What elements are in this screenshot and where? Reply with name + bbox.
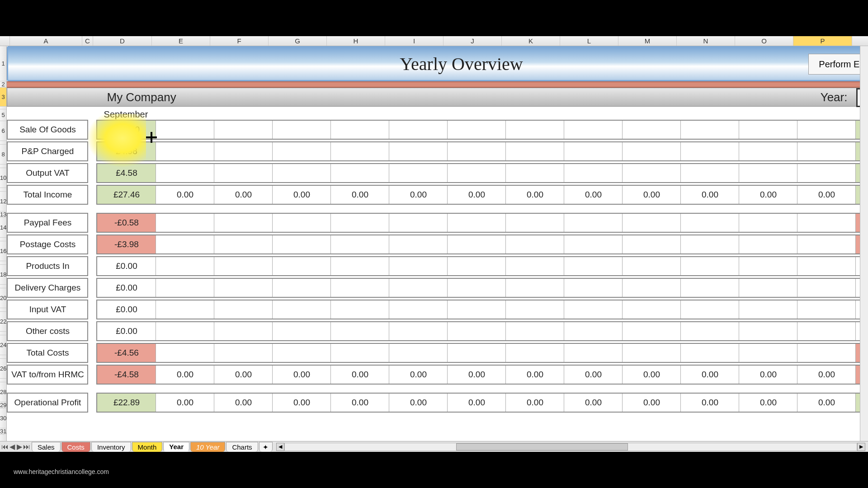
row-header-30[interactable]: 30 xyxy=(0,408,6,428)
cell-total_income-m10[interactable]: 0.00 xyxy=(739,186,797,204)
cell-postage_costs-m3[interactable] xyxy=(331,235,389,253)
cell-total_costs-sep[interactable]: -£4.56 xyxy=(97,344,156,362)
cell-total_income-m5[interactable]: 0.00 xyxy=(448,186,506,204)
cell-products_in-m3[interactable] xyxy=(331,257,389,275)
cell-sale_of_goods-m10[interactable] xyxy=(739,121,797,139)
tab-last-icon[interactable]: ⏭ xyxy=(24,443,30,450)
select-all-corner[interactable] xyxy=(0,36,10,46)
cell-postage_costs-m8[interactable] xyxy=(623,235,681,253)
row-header-blank-18[interactable] xyxy=(0,285,6,288)
cell-input_vat-m3[interactable] xyxy=(331,300,389,319)
scroll-left-icon[interactable]: ◀ xyxy=(276,443,284,451)
column-header-A[interactable]: A xyxy=(10,36,82,46)
cell-delivery_charges-sep[interactable]: £0.00 xyxy=(97,279,156,297)
cell-products_in-m10[interactable] xyxy=(739,257,797,275)
column-header-M[interactable]: M xyxy=(618,36,677,46)
cell-input_vat-m0[interactable] xyxy=(156,300,214,319)
cell-other_costs-m2[interactable] xyxy=(273,322,331,340)
cell-op_profit-m10[interactable]: 0.00 xyxy=(739,394,797,412)
column-header-E[interactable]: E xyxy=(152,36,210,46)
column-header-H[interactable]: H xyxy=(327,36,385,46)
cell-sale_of_goods-m8[interactable] xyxy=(623,121,681,139)
cell-total_costs-m3[interactable] xyxy=(331,344,389,362)
cell-op_profit-m5[interactable]: 0.00 xyxy=(448,394,506,412)
cell-products_in-m1[interactable] xyxy=(214,257,273,275)
cell-other_costs-m8[interactable] xyxy=(623,322,681,340)
cell-total_income-m8[interactable]: 0.00 xyxy=(623,186,681,204)
cell-postage_costs-m10[interactable] xyxy=(739,235,797,253)
cell-sale_of_goods-m4[interactable] xyxy=(389,121,448,139)
cell-products_in-m4[interactable] xyxy=(389,257,448,275)
cell-total_income-m6[interactable]: 0.00 xyxy=(506,186,564,204)
cell-sale_of_goods-m9[interactable] xyxy=(681,121,739,139)
cell-paypal_fees-m0[interactable] xyxy=(156,214,214,232)
cell-delivery_charges-m11[interactable] xyxy=(797,279,856,297)
cell-other_costs-m5[interactable] xyxy=(448,322,506,340)
cell-output_vat-m2[interactable] xyxy=(273,164,331,182)
cell-vat_hrmc-m1[interactable]: 0.00 xyxy=(214,366,273,384)
cell-postage_costs-m7[interactable] xyxy=(564,235,623,253)
row-header-8[interactable]: 8 xyxy=(0,145,6,164)
cell-total_costs-m9[interactable] xyxy=(681,344,739,362)
cell-op_profit-m8[interactable]: 0.00 xyxy=(623,394,681,412)
cell-total_costs-m5[interactable] xyxy=(448,344,506,362)
cell-delivery_charges-m6[interactable] xyxy=(506,279,564,297)
cell-op_profit-m3[interactable]: 0.00 xyxy=(331,394,389,412)
column-header-I[interactable]: I xyxy=(385,36,443,46)
row-header-31[interactable]: 31 xyxy=(0,428,6,435)
cell-paypal_fees-m10[interactable] xyxy=(739,214,797,232)
cell-products_in-m6[interactable] xyxy=(506,257,564,275)
tab-10-year[interactable]: 10 Year xyxy=(190,442,225,452)
cell-postage_costs-sep[interactable]: -£3.98 xyxy=(97,235,156,253)
cell-products_in-m11[interactable] xyxy=(797,257,856,275)
cell-delivery_charges-m8[interactable] xyxy=(623,279,681,297)
row-header-1[interactable]: 1 xyxy=(0,46,6,81)
row-header-blank-14[interactable] xyxy=(0,238,6,241)
cell-output_vat-m1[interactable] xyxy=(214,164,273,182)
cell-vat_hrmc-m11[interactable]: 0.00 xyxy=(797,366,856,384)
cell-vat_hrmc-m2[interactable]: 0.00 xyxy=(273,366,331,384)
cell-pp_charged-m2[interactable] xyxy=(273,142,331,160)
cell-pp_charged-m8[interactable] xyxy=(623,142,681,160)
cell-pp_charged-sep[interactable]: £4.98 xyxy=(97,142,156,160)
row-header-blank-16[interactable] xyxy=(0,261,6,265)
column-header-F[interactable]: F xyxy=(210,36,269,46)
cell-products_in-m9[interactable] xyxy=(681,257,739,275)
horizontal-scrollbar[interactable]: ◀ ▶ xyxy=(276,443,865,451)
cell-op_profit-m11[interactable]: 0.00 xyxy=(797,394,856,412)
column-header-N[interactable]: N xyxy=(677,36,735,46)
cell-other_costs-m6[interactable] xyxy=(506,322,564,340)
column-header-D[interactable]: D xyxy=(93,36,152,46)
cell-input_vat-m4[interactable] xyxy=(389,300,448,319)
cell-paypal_fees-m7[interactable] xyxy=(564,214,623,232)
row-header-16[interactable]: 16 xyxy=(0,241,6,261)
cell-postage_costs-m0[interactable] xyxy=(156,235,214,253)
cell-input_vat-m7[interactable] xyxy=(564,300,623,319)
cell-op_profit-m2[interactable]: 0.00 xyxy=(273,394,331,412)
cell-output_vat-sep[interactable]: £4.58 xyxy=(97,164,156,182)
column-header-L[interactable]: L xyxy=(560,36,618,46)
cell-postage_costs-m2[interactable] xyxy=(273,235,331,253)
row-header-6[interactable]: 6 xyxy=(0,121,6,141)
cell-input_vat-m8[interactable] xyxy=(623,300,681,319)
column-header-K[interactable]: K xyxy=(502,36,560,46)
cell-total_income-m0[interactable]: 0.00 xyxy=(156,186,214,204)
column-header-O[interactable]: O xyxy=(735,36,793,46)
cell-op_profit-m7[interactable]: 0.00 xyxy=(564,394,623,412)
row-header-14[interactable]: 14 xyxy=(0,218,6,238)
cell-total_income-m1[interactable]: 0.00 xyxy=(214,186,273,204)
cell-pp_charged-m4[interactable] xyxy=(389,142,448,160)
cell-input_vat-sep[interactable]: £0.00 xyxy=(97,300,156,319)
cell-total_costs-m4[interactable] xyxy=(389,344,448,362)
cell-pp_charged-m5[interactable] xyxy=(448,142,506,160)
cell-input_vat-m5[interactable] xyxy=(448,300,506,319)
cell-input_vat-m9[interactable] xyxy=(681,300,739,319)
row-header-blank-20[interactable] xyxy=(0,308,6,312)
tab-inventory[interactable]: Inventory xyxy=(91,442,131,452)
row-header-blank-8[interactable] xyxy=(0,164,6,168)
cell-other_costs-m11[interactable] xyxy=(797,322,856,340)
cell-sale_of_goods-m5[interactable] xyxy=(448,121,506,139)
row-header-10[interactable]: 10 xyxy=(0,168,6,188)
cell-input_vat-m1[interactable] xyxy=(214,300,273,319)
cell-sale_of_goods-m6[interactable] xyxy=(506,121,564,139)
